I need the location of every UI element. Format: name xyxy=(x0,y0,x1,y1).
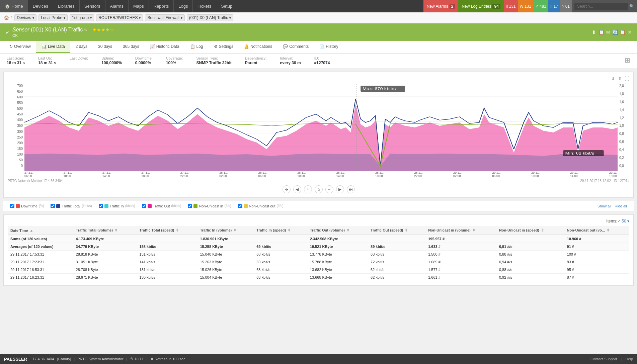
status-errors[interactable]: !! 131 xyxy=(504,0,518,12)
new-log-badge[interactable]: New Log Entries 94 xyxy=(458,0,503,12)
traffic-total-checkbox[interactable] xyxy=(51,204,55,208)
tab-30-days[interactable]: 30 days xyxy=(93,41,117,53)
status-ok[interactable]: ✓ 481 xyxy=(533,0,548,12)
svg-text:Max: 670 kbit/s: Max: 670 kbit/s xyxy=(363,87,396,91)
overview-icon: ↻ xyxy=(9,44,13,49)
status-unknown[interactable]: ? 61 xyxy=(560,0,572,12)
bc-home[interactable]: 🏠 xyxy=(4,15,9,20)
tab-settings[interactable]: ⚙ Settings xyxy=(209,41,239,53)
nav-devices[interactable]: Devices xyxy=(28,0,53,12)
col-traffic-out-spd[interactable]: Traffic Out (speed) ⇕ xyxy=(368,226,425,235)
copy-icon[interactable]: 📋 xyxy=(599,29,604,35)
bc-local-probe[interactable]: Local Probe ▾ xyxy=(38,14,68,21)
email-icon[interactable]: ✉ xyxy=(606,29,610,35)
col-traffic-total-vol[interactable]: Traffic Total (volume) ⇕ xyxy=(73,226,137,235)
col-traffic-total-spd[interactable]: Traffic Total (speed) ⇕ xyxy=(137,226,197,235)
nav-tickets[interactable]: Tickets xyxy=(193,0,216,12)
nav-alarms[interactable]: Alarms xyxy=(105,0,129,12)
pause-icon[interactable]: ⏸ xyxy=(592,29,596,35)
chart-navigation: ⏮ ◀ + ⌂ − ▶ ⏭ xyxy=(8,185,629,193)
fullscreen-icon[interactable]: ⛶ xyxy=(625,76,629,81)
nav-logs[interactable]: Logs xyxy=(174,0,193,12)
bc-router-switches[interactable]: ROUTER/SWITCHES ▾ xyxy=(96,14,143,21)
tab-log[interactable]: 📋 Log xyxy=(185,41,209,53)
stat-id: ID: #127074 xyxy=(314,56,330,65)
col-traffic-in-spd[interactable]: Traffic In (speed) ⇕ xyxy=(254,226,307,235)
items-per-page-dropdown[interactable]: ✓ 50 ▾ xyxy=(617,219,629,223)
tab-comments[interactable]: 💬 Comments xyxy=(277,41,314,53)
nav-libraries[interactable]: Libraries xyxy=(53,0,80,12)
nav-prev-btn[interactable]: ◀ xyxy=(293,185,301,193)
nav-setup[interactable]: Setup xyxy=(216,0,237,12)
last-down-label: Last Down: xyxy=(70,56,88,60)
legend-downtime[interactable]: Downtime (%) xyxy=(10,204,44,208)
col-traffic-in-vol[interactable]: Traffic In (volume) ⇕ xyxy=(197,226,254,235)
traffic-out-checkbox[interactable] xyxy=(142,204,146,208)
bc-sensor[interactable]: (001) X0 (LAN) Traffic ▾ xyxy=(187,14,233,21)
bc-1st-group[interactable]: 1st group ▾ xyxy=(70,14,94,21)
tab-notifications[interactable]: 🔔 Notifications xyxy=(239,41,277,53)
col-non-unicast-out-vol[interactable]: Non-Unicast out (vo... ⇕ xyxy=(564,226,629,235)
settings-icon[interactable]: 📋 xyxy=(620,29,626,35)
show-all-link[interactable]: Show all xyxy=(598,204,612,208)
nav-next-btn[interactable]: ▶ xyxy=(336,185,344,193)
table-row: 29.11.2017 17:23:31 31.051 KByte 141 kbi… xyxy=(8,258,629,266)
nav-last-btn[interactable]: ⏭ xyxy=(347,185,355,193)
nav-sensors[interactable]: Sensors xyxy=(80,0,105,12)
nav-zoom-in-btn[interactable]: + xyxy=(304,185,312,193)
legend-non-unicast-in[interactable]: Non-Unicast in (#/s) xyxy=(188,204,231,208)
traffic-in-checkbox[interactable] xyxy=(99,204,103,208)
nav-first-btn[interactable]: ⏮ xyxy=(283,185,291,193)
paused-count: 17 xyxy=(554,4,558,9)
tab-historic-data[interactable]: 📈 Historic Data xyxy=(145,41,185,53)
unknown-count: 61 xyxy=(565,4,570,9)
bc-devices[interactable]: Devices ▾ xyxy=(14,14,36,21)
close-icon[interactable]: ✕ xyxy=(628,29,632,35)
qr-code-icon[interactable]: ⊞ xyxy=(625,56,630,65)
bc-sonicwall[interactable]: Sonicwall Firewall ▾ xyxy=(145,14,184,21)
col-non-unicast-in-spd[interactable]: Non-Unicast in (speed) ⇕ xyxy=(496,226,564,235)
download-icon[interactable]: ⬇ xyxy=(611,76,615,81)
tab-live-data[interactable]: 📊 Live Data xyxy=(36,41,70,53)
downtime-checkbox[interactable] xyxy=(10,204,14,208)
legend-non-unicast-out[interactable]: Non-Unicast out (#/s) xyxy=(238,204,284,208)
upload-icon[interactable]: ⬆ xyxy=(618,76,622,81)
sensor-header: ✓ Sensor (001) X0 (LAN) Traffic ✎ ★★★★☆ … xyxy=(0,23,637,41)
col-traffic-out-vol[interactable]: Traffic Out (volume) ⇕ xyxy=(307,226,368,235)
nav-maps[interactable]: Maps xyxy=(129,0,149,12)
search-icon[interactable]: 🔍 xyxy=(629,4,634,9)
legend-traffic-total[interactable]: Traffic Total (kbit/s) xyxy=(51,204,92,208)
chart-toolbar: ⬇ ⬆ ⛶ xyxy=(8,76,629,81)
nav-home[interactable]: 🏠 Home xyxy=(0,0,28,12)
legend-traffic-out[interactable]: Traffic Out (kbit/s) xyxy=(142,204,181,208)
status-warnings[interactable]: W 131 xyxy=(518,0,533,12)
coverage-value: 100% xyxy=(166,61,183,65)
non-unicast-in-checkbox[interactable] xyxy=(188,204,192,208)
sensor-title-area: ✓ Sensor (001) X0 (LAN) Traffic ✎ ★★★★☆ … xyxy=(5,27,114,37)
nav-reports[interactable]: Reports xyxy=(149,0,174,12)
col-non-unicast-in-vol[interactable]: Non-Unicast in (volume) ⇕ xyxy=(425,226,496,235)
tab-history[interactable]: 📄 History xyxy=(314,41,343,53)
stats-bar: Last Scan: 18 m 31 s Last Up: 18 m 31 s … xyxy=(0,54,637,68)
non-unicast-out-checkbox[interactable] xyxy=(238,204,242,208)
nav-zoom-out-btn[interactable]: − xyxy=(325,185,333,193)
tab-2-days[interactable]: 2 days xyxy=(70,41,93,53)
status-paused[interactable]: II 17 xyxy=(548,0,560,12)
edit-icon[interactable]: ✎ xyxy=(84,28,87,32)
hide-all-link[interactable]: Hide all xyxy=(615,204,627,208)
refresh-icon[interactable]: 🔄 xyxy=(612,29,618,35)
dependency-label: Dependency: xyxy=(245,56,267,60)
search-input[interactable] xyxy=(574,3,628,10)
new-alarms-badge[interactable]: New Alarms 2 xyxy=(423,0,459,12)
nav-home-chart-btn[interactable]: ⌂ xyxy=(315,185,323,193)
legend-traffic-in[interactable]: Traffic In (kbit/s) xyxy=(99,204,135,208)
sensor-type-value: SNMP Traffic 32bit xyxy=(196,61,232,65)
tab-365-days[interactable]: 365 days xyxy=(117,41,145,53)
gear-icon: ⚙ xyxy=(214,44,218,49)
col-datetime[interactable]: Date Time ▲ xyxy=(8,226,73,235)
nav-alarms-label: Alarms xyxy=(110,4,124,9)
table-row: 29.11.2017 17:53:31 28.818 KByte 131 kbi… xyxy=(8,251,629,258)
sensor-stars[interactable]: ★★★★☆ xyxy=(92,27,114,32)
tab-overview[interactable]: ↻ Overview xyxy=(4,41,36,53)
historic-icon: 📈 xyxy=(150,44,155,49)
